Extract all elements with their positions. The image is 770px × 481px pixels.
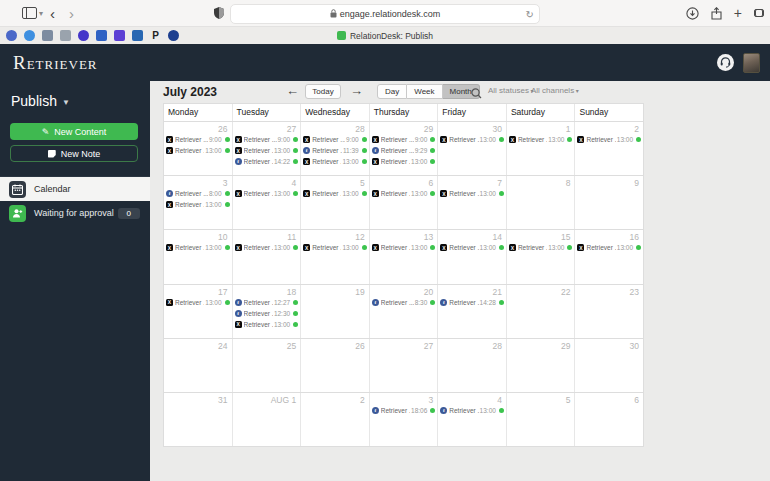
calendar-event[interactable]: fRetriever ...8:00 bbox=[166, 189, 230, 198]
calendar-day-cell[interactable]: 28 bbox=[438, 339, 507, 392]
calendar-day-cell[interactable]: 22 bbox=[507, 285, 576, 338]
calendar-day-cell[interactable]: 31 bbox=[164, 393, 233, 446]
calendar-day-cell[interactable]: 27 bbox=[370, 339, 439, 392]
calendar-day-cell[interactable]: 11XRetriever ...13:00 bbox=[233, 230, 302, 283]
calendar-event[interactable]: XRetriever ...13:00 bbox=[372, 157, 436, 166]
share-icon[interactable] bbox=[711, 7, 722, 20]
refresh-icon[interactable]: ↻ bbox=[526, 9, 534, 20]
calendar-event[interactable]: XRetriever ...13:00 bbox=[372, 189, 436, 198]
calendar-event[interactable]: XRetriever ...9:00 bbox=[303, 135, 367, 144]
url-bar[interactable]: engage.relationdesk.com ↻ bbox=[230, 4, 540, 24]
calendar-event[interactable]: XRetriever ...13:00 bbox=[235, 320, 299, 329]
prev-month-arrow[interactable]: ← bbox=[286, 83, 299, 98]
calendar-event[interactable]: XRetriever ...13:00 bbox=[440, 135, 504, 144]
calendar-day-cell[interactable]: 6XRetriever ...13:00 bbox=[370, 176, 439, 229]
calendar-event[interactable]: fRetriever ...18:06 bbox=[372, 406, 436, 415]
calendar-day-cell[interactable]: 24 bbox=[164, 339, 233, 392]
calendar-day-cell[interactable]: 2XRetriever ...13:00 bbox=[575, 122, 643, 175]
tab-overview-icon[interactable] bbox=[754, 9, 764, 17]
calendar-day-cell[interactable]: 6 bbox=[575, 393, 643, 446]
new-note-button[interactable]: New Note bbox=[10, 145, 138, 162]
calendar-event[interactable]: XRetriever ...13:00 bbox=[440, 189, 504, 198]
calendar-event[interactable]: fRetriever ...11:39 bbox=[303, 146, 367, 155]
calendar-day-cell[interactable]: 28XRetriever ...9:00fRetriever ...11:39X… bbox=[301, 122, 370, 175]
calendar-day-cell[interactable]: 2 bbox=[301, 393, 370, 446]
sidebar-item-calendar[interactable]: Calendar bbox=[0, 177, 150, 201]
calendar-day-cell[interactable]: 4fRetriever ...13:00 bbox=[438, 393, 507, 446]
calendar-event[interactable]: fRetriever ...9:29 bbox=[372, 146, 436, 155]
calendar-event[interactable]: XRetriever ...9:00 bbox=[372, 135, 436, 144]
calendar-day-cell[interactable]: 9 bbox=[575, 176, 643, 229]
publish-menu[interactable]: Publish ▼ bbox=[11, 93, 150, 109]
calendar-day-cell[interactable]: 21fRetriever ...14:28 bbox=[438, 285, 507, 338]
calendar-day-cell[interactable]: 15XRetriever ...13:00 bbox=[507, 230, 576, 283]
calendar-event[interactable]: XRetriever ...13:00 bbox=[166, 146, 230, 155]
active-tab[interactable]: RelationDesk: Publish bbox=[0, 27, 770, 44]
calendar-event[interactable]: XRetriever ...9:00 bbox=[166, 135, 230, 144]
statuses-filter[interactable]: All statuses ▾ bbox=[488, 86, 534, 95]
user-avatar[interactable] bbox=[743, 53, 760, 73]
calendar-event[interactable]: fRetriever ...13:00 bbox=[440, 406, 504, 415]
calendar-event[interactable]: XRetriever ...13:00 bbox=[440, 243, 504, 252]
new-tab-icon[interactable]: + bbox=[734, 5, 742, 21]
calendar-day-cell[interactable]: 4XRetriever ...13:00 bbox=[233, 176, 302, 229]
calendar-day-cell[interactable]: AUG 1 bbox=[233, 393, 302, 446]
calendar-day-cell[interactable]: 12XRetriever ...13:00 bbox=[301, 230, 370, 283]
downloads-icon[interactable] bbox=[686, 7, 699, 20]
calendar-event[interactable]: XRetriever ...13:00 bbox=[166, 298, 230, 307]
calendar-day-cell[interactable]: 17XRetriever ...13:00 bbox=[164, 285, 233, 338]
calendar-day-cell[interactable]: 19 bbox=[301, 285, 370, 338]
sidebar-item-waiting-for-approval[interactable]: Waiting for approval0 bbox=[0, 201, 150, 225]
calendar-day-cell[interactable]: 8 bbox=[507, 176, 576, 229]
calendar-event[interactable]: fRetriever ...14:28 bbox=[440, 298, 504, 307]
calendar-day-cell[interactable]: 5XRetriever ...13:00 bbox=[301, 176, 370, 229]
today-button[interactable]: Today bbox=[305, 84, 341, 99]
calendar-event[interactable]: XRetriever ...13:00 bbox=[235, 146, 299, 155]
calendar-day-cell[interactable]: 3fRetriever ...8:00XRetriever ...13:00 bbox=[164, 176, 233, 229]
calendar-day-cell[interactable]: 23 bbox=[575, 285, 643, 338]
calendar-event[interactable]: fRetriever ...12:30 bbox=[235, 309, 299, 318]
calendar-event[interactable]: XRetriever ...13:00 bbox=[372, 243, 436, 252]
calendar-day-cell[interactable]: 14XRetriever ...13:00 bbox=[438, 230, 507, 283]
calendar-event[interactable]: XRetriever ...9:00 bbox=[235, 135, 299, 144]
calendar-day-cell[interactable]: 10XRetriever ...13:00 bbox=[164, 230, 233, 283]
view-day-button[interactable]: Day bbox=[377, 84, 407, 99]
calendar-day-cell[interactable]: 29 bbox=[507, 339, 576, 392]
calendar-day-cell[interactable]: 20fRetriever ...8:30 bbox=[370, 285, 439, 338]
calendar-event[interactable]: XRetriever ...13:00 bbox=[235, 189, 299, 198]
calendar-day-cell[interactable]: 30XRetriever ...13:00 bbox=[438, 122, 507, 175]
channels-filter[interactable]: All channels ▾ bbox=[531, 86, 579, 95]
forward-button[interactable]: › bbox=[62, 6, 81, 21]
calendar-event[interactable]: fRetriever ...8:30 bbox=[372, 298, 436, 307]
calendar-day-cell[interactable]: 5 bbox=[507, 393, 576, 446]
calendar-event[interactable]: XRetriever ...13:00 bbox=[509, 135, 573, 144]
calendar-day-cell[interactable]: 1XRetriever ...13:00 bbox=[507, 122, 576, 175]
calendar-event[interactable]: fRetriever ...14:22 bbox=[235, 157, 299, 166]
calendar-event[interactable]: fRetriever ...12:27 bbox=[235, 298, 299, 307]
calendar-day-cell[interactable]: 26 bbox=[301, 339, 370, 392]
calendar-day-cell[interactable]: 29XRetriever ...9:00fRetriever ...9:29XR… bbox=[370, 122, 439, 175]
calendar-event[interactable]: XRetriever ...13:00 bbox=[509, 243, 573, 252]
calendar-day-cell[interactable]: 26XRetriever ...9:00XRetriever ...13:00 bbox=[164, 122, 233, 175]
calendar-day-cell[interactable]: 16XRetriever ...13:00 bbox=[575, 230, 643, 283]
new-content-button[interactable]: ✎ New Content bbox=[10, 123, 138, 140]
calendar-day-cell[interactable]: 30 bbox=[575, 339, 643, 392]
view-week-button[interactable]: Week bbox=[407, 84, 442, 99]
calendar-event[interactable]: XRetriever ...13:00 bbox=[303, 157, 367, 166]
calendar-day-cell[interactable]: 27XRetriever ...9:00XRetriever ...13:00f… bbox=[233, 122, 302, 175]
calendar-day-cell[interactable]: 3fRetriever ...18:06 bbox=[370, 393, 439, 446]
calendar-day-cell[interactable]: 7XRetriever ...13:00 bbox=[438, 176, 507, 229]
calendar-day-cell[interactable]: 13XRetriever ...13:00 bbox=[370, 230, 439, 283]
calendar-event[interactable]: XRetriever ...13:00 bbox=[235, 243, 299, 252]
calendar-event[interactable]: XRetriever ...13:00 bbox=[166, 200, 230, 209]
search-icon[interactable] bbox=[471, 85, 482, 103]
calendar-event[interactable]: XRetriever ...13:00 bbox=[577, 135, 641, 144]
next-month-arrow[interactable]: → bbox=[350, 83, 363, 98]
calendar-day-cell[interactable]: 25 bbox=[233, 339, 302, 392]
sidebar-toggle-icon[interactable] bbox=[22, 7, 37, 19]
calendar-day-cell[interactable]: 18fRetriever ...12:27fRetriever ...12:30… bbox=[233, 285, 302, 338]
calendar-event[interactable]: XRetriever ...13:00 bbox=[303, 243, 367, 252]
calendar-event[interactable]: XRetriever ...13:00 bbox=[577, 243, 641, 252]
shield-icon[interactable] bbox=[214, 7, 224, 19]
calendar-event[interactable]: XRetriever ...13:00 bbox=[166, 243, 230, 252]
